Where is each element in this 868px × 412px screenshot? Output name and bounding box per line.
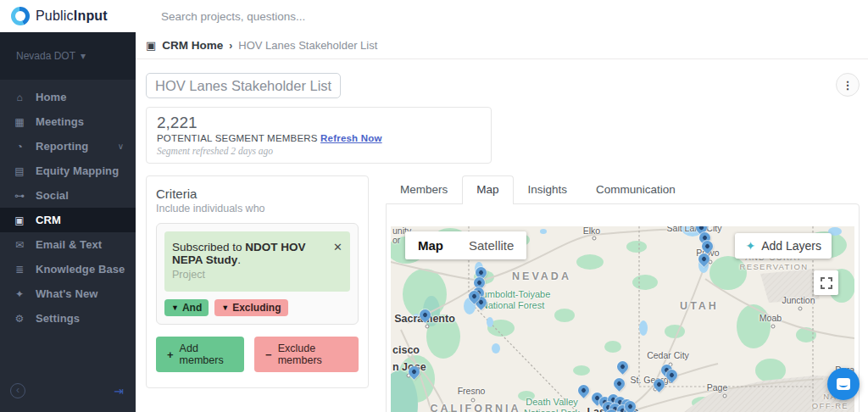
map-label: NEVADA	[512, 270, 571, 282]
pie-chart-icon: ◔	[13, 141, 26, 153]
map-type-satellite-button[interactable]: Satellite	[456, 231, 526, 259]
tab-map[interactable]: Map	[462, 175, 513, 204]
segment-stats-card: 2,221 POTENTIAL SEGMENT MEMBERS Refresh …	[146, 107, 492, 164]
funnel-icon: ▼	[171, 303, 179, 312]
rule-text: Subscribed to NDOT HOV NEPA Study.	[172, 241, 330, 266]
tab-insights[interactable]: Insights	[514, 175, 582, 203]
map-label: Death Valley National Park	[524, 397, 580, 412]
sidebar-item-equity-mapping[interactable]: ▤Equity Mapping	[0, 159, 136, 183]
sidebar-footer: ‹ ⇥	[0, 383, 136, 412]
funnel-icon: ▼	[221, 303, 229, 312]
rule-type: Project	[172, 269, 342, 281]
excluding-filter-button[interactable]: ▼ Excluding	[214, 299, 287, 316]
calendar-icon: ▦	[13, 116, 26, 128]
search-input[interactable]: Search projects, questions...	[161, 10, 305, 23]
publicinput-logo-icon	[11, 7, 30, 25]
sidebar-item-label: Social	[36, 189, 69, 202]
sidebar-nav: ⌂Home▦Meetings◔Reporting∨▤Equity Mapping…	[0, 80, 136, 331]
minus-icon: −	[265, 348, 272, 361]
sidebar-item-email-text[interactable]: ✉Email & Text	[0, 232, 136, 257]
map-canvas[interactable]: Map Satellite ✦ Add Layers	[391, 226, 854, 412]
sidebar-item-label: What's New	[36, 287, 97, 300]
tab-members[interactable]: Members	[386, 175, 462, 203]
map-town-dot	[798, 307, 803, 311]
chevron-right-icon: ›	[229, 40, 232, 52]
map-icon: ▤	[13, 165, 26, 177]
map-label: Cedar City	[647, 350, 689, 360]
sidebar-item-label: Home	[36, 91, 67, 103]
fullscreen-icon	[821, 277, 832, 289]
chat-bubble-icon	[837, 378, 850, 390]
and-filter-button[interactable]: ▼ And	[164, 299, 209, 316]
segment-title-input[interactable]	[146, 73, 341, 98]
criteria-subheading: Include individuals who	[156, 203, 359, 214]
map-town-dot	[426, 325, 430, 329]
sidebar-item-settings[interactable]: ⚙Settings	[0, 306, 136, 331]
map-label: or	[392, 235, 400, 245]
sidebar-item-label: Email & Text	[36, 238, 102, 251]
map-label: Salt Lake City	[667, 226, 722, 233]
book-icon: ≣	[13, 264, 26, 276]
add-layers-button[interactable]: ✦ Add Layers	[735, 233, 832, 259]
map-label: Page	[707, 382, 728, 393]
map-town-dot	[471, 398, 476, 403]
sparkle-icon: ✦	[13, 288, 26, 300]
criteria-panel: Criteria Include individuals who Subscri…	[146, 175, 369, 388]
sidebar-item-home[interactable]: ⌂Home	[0, 85, 136, 109]
sidebar-item-knowledge-base[interactable]: ≣Knowledge Base	[0, 257, 136, 281]
sign-out-icon[interactable]: ⇥	[114, 384, 124, 398]
org-label: Nevada DOT	[16, 50, 75, 62]
refreshed-note: Segment refreshed 2 days ago	[157, 146, 481, 156]
top-bar: PublicInput Search projects, questions..…	[0, 0, 868, 32]
segment-tabs: MembersMapInsightsCommunication	[386, 175, 860, 203]
map-tab-panel: Map Satellite ✦ Add Layers	[386, 203, 860, 412]
tab-communication[interactable]: Communication	[581, 175, 690, 203]
sidebar-item-what-s-new[interactable]: ✦What's New	[0, 281, 136, 306]
sidebar-item-label: Reporting	[36, 140, 88, 153]
map-label: CALIFORNIA	[430, 403, 520, 412]
sidebar-item-reporting[interactable]: ◔Reporting∨	[0, 134, 136, 159]
chat-launcher-button[interactable]	[827, 368, 860, 400]
id-card-icon: ▣	[146, 39, 156, 52]
breadcrumb: ▣ CRM Home › HOV Lanes Stakeholder List	[146, 32, 860, 58]
add-members-button[interactable]: + Add members	[156, 337, 244, 372]
sidebar-item-label: CRM	[36, 214, 61, 226]
plus-icon: +	[167, 348, 174, 361]
collapse-sidebar-icon[interactable]: ‹	[10, 383, 25, 398]
sidebar-item-label: Knowledge Base	[36, 263, 125, 276]
more-options-button[interactable]: ⋮	[836, 73, 860, 97]
map-label: UTAH	[680, 300, 719, 312]
sidebar-item-social[interactable]: ⊶Social	[0, 183, 136, 208]
sidebar-item-label: Equity Mapping	[36, 164, 119, 177]
breadcrumb-crm-home[interactable]: CRM Home	[162, 39, 223, 52]
criteria-group: Subscribed to NDOT HOV NEPA Study. ✕ Pro…	[156, 223, 359, 325]
layers-icon: ✦	[745, 239, 755, 253]
member-count-label: POTENTIAL SEGMENT MEMBERS	[157, 133, 318, 143]
map-town-dot	[593, 237, 597, 241]
chevron-down-icon: ∨	[118, 142, 124, 151]
map-label: Elko	[583, 226, 600, 236]
logo-text: PublicInput	[36, 8, 108, 24]
main-content: ▣ CRM Home › HOV Lanes Stakeholder List …	[136, 32, 868, 412]
envelope-icon: ✉	[13, 239, 26, 251]
remove-rule-icon[interactable]: ✕	[330, 241, 342, 253]
fullscreen-button[interactable]	[814, 270, 838, 295]
breadcrumb-current: HOV Lanes Stakeholder List	[238, 39, 377, 52]
exclude-members-button[interactable]: − Exclude members	[254, 337, 359, 372]
chevron-down-icon: ▾	[81, 50, 86, 62]
id-card-icon: ▣	[13, 214, 26, 226]
criteria-rule[interactable]: Subscribed to NDOT HOV NEPA Study. ✕ Pro…	[164, 231, 350, 292]
map-label: Moab	[760, 313, 782, 323]
org-switcher[interactable]: Nevada DOT ▾	[0, 32, 136, 80]
share-icon: ⊶	[13, 190, 26, 202]
sidebar-item-meetings[interactable]: ▦Meetings	[0, 109, 136, 134]
map-label: Junction	[782, 295, 815, 305]
sidebar: Nevada DOT ▾ ⌂Home▦Meetings◔Reporting∨▤E…	[0, 32, 136, 412]
refresh-now-link[interactable]: Refresh Now	[320, 133, 382, 143]
publicinput-logo[interactable]: PublicInput	[0, 7, 136, 25]
map-type-map-button[interactable]: Map	[405, 231, 456, 259]
criteria-heading: Criteria	[156, 187, 359, 201]
map-town-dot	[723, 394, 727, 398]
divider	[136, 58, 868, 59]
sidebar-item-crm[interactable]: ▣CRM	[0, 208, 136, 232]
